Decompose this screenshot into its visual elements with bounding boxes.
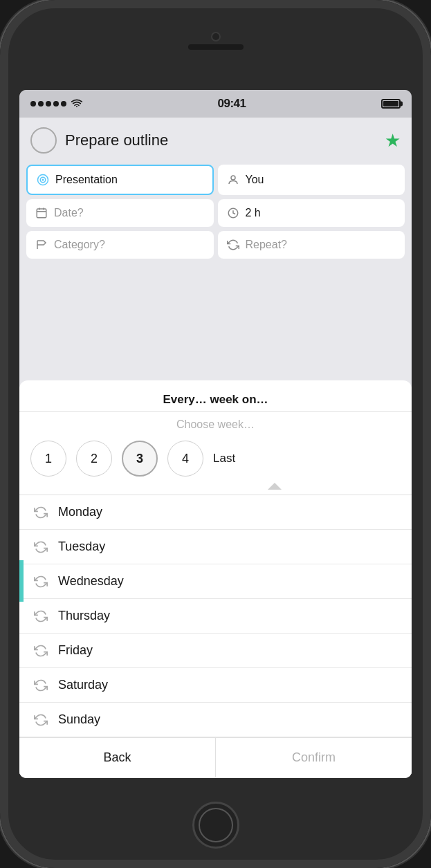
day-thursday[interactable]: Thursday: [19, 599, 412, 634]
status-bar: 09:41: [19, 90, 412, 118]
svg-point-0: [76, 106, 77, 107]
svg-point-4: [231, 176, 235, 180]
day-sunday[interactable]: Sunday: [19, 703, 412, 737]
thursday-repeat-icon: [33, 609, 48, 623]
fields-grid: Presentation You: [19, 160, 412, 263]
back-button[interactable]: Back: [19, 738, 215, 777]
calendar-icon: [35, 206, 48, 220]
saturday-label: Saturday: [58, 678, 108, 692]
header-row: Prepare outline ★: [19, 118, 412, 160]
wednesday-repeat-icon: [33, 575, 48, 589]
week-last-button[interactable]: Last: [213, 452, 235, 465]
choose-week-text: Choose week…: [19, 412, 412, 436]
assignee-field[interactable]: You: [218, 165, 405, 195]
category-field-placeholder: Category?: [54, 239, 105, 251]
status-left: [30, 99, 82, 109]
tuesday-label: Tuesday: [58, 539, 105, 554]
repeat-icon: [226, 238, 240, 252]
monday-label: Monday: [58, 505, 102, 519]
status-right: [381, 99, 401, 109]
week-4-button[interactable]: 4: [167, 441, 203, 477]
list-field-label: Presentation: [55, 174, 118, 186]
home-button[interactable]: [192, 802, 239, 849]
sunday-label: Sunday: [58, 712, 100, 727]
thursday-label: Thursday: [58, 609, 110, 623]
clock-icon: [226, 206, 240, 220]
mute-button[interactable]: [0, 304, 1, 373]
wifi-icon: [71, 99, 82, 109]
task-checkbox[interactable]: [30, 127, 57, 154]
star-button[interactable]: ★: [385, 130, 401, 151]
assignee-field-label: You: [246, 174, 264, 186]
wednesday-label: Wednesday: [58, 574, 124, 589]
week-selector: 1 2 3 4 Last: [19, 436, 412, 485]
list-icon: [36, 173, 50, 187]
day-monday[interactable]: Monday: [19, 495, 412, 530]
confirm-button[interactable]: Confirm: [215, 738, 412, 777]
svg-marker-10: [268, 483, 282, 490]
modal-sheet: Every… week on… Choose week… 1 2 3 4 Las…: [19, 380, 412, 778]
teal-accent: [19, 560, 24, 602]
screen: 09:41 Prepare outline ★: [19, 90, 412, 778]
saturday-repeat-icon: [33, 678, 48, 692]
speaker: [188, 44, 244, 50]
repeat-field[interactable]: Repeat?: [218, 231, 405, 259]
volume-down-button[interactable]: [0, 221, 1, 290]
battery-icon: [381, 99, 401, 109]
camera: [211, 32, 221, 41]
duration-field-label: 2 h: [246, 207, 261, 219]
repeat-field-placeholder: Repeat?: [246, 239, 288, 251]
date-field[interactable]: Date?: [26, 199, 214, 227]
svg-rect-5: [37, 209, 46, 218]
duration-field[interactable]: 2 h: [218, 199, 405, 227]
week-1-button[interactable]: 1: [30, 441, 66, 477]
day-list: Monday Tuesday: [19, 495, 412, 737]
category-field[interactable]: Category?: [26, 231, 214, 259]
friday-label: Friday: [58, 643, 93, 658]
modal-header: Every… week on…: [19, 380, 412, 412]
monday-repeat-icon: [33, 506, 48, 519]
date-field-placeholder: Date?: [54, 207, 84, 219]
day-tuesday[interactable]: Tuesday: [19, 530, 412, 564]
day-friday[interactable]: Friday: [19, 634, 412, 668]
person-icon: [226, 173, 240, 187]
signal-icon: [30, 101, 66, 107]
day-saturday[interactable]: Saturday: [19, 668, 412, 703]
triangle-indicator: [19, 482, 412, 492]
modal-title: Every… week on…: [163, 393, 268, 406]
list-field[interactable]: Presentation: [26, 165, 214, 195]
week-3-button[interactable]: 3: [122, 441, 158, 477]
phone-frame: 09:41 Prepare outline ★: [0, 0, 431, 868]
task-title: Prepare outline: [65, 131, 376, 149]
flag-icon: [35, 238, 48, 252]
tuesday-repeat-icon: [33, 540, 48, 554]
day-wednesday[interactable]: Wednesday: [19, 564, 412, 599]
status-time: 09:41: [218, 97, 246, 111]
friday-repeat-icon: [33, 644, 48, 658]
modal-footer: Back Confirm: [19, 737, 412, 777]
volume-up-button[interactable]: [0, 166, 1, 207]
svg-point-3: [42, 179, 44, 181]
sunday-repeat-icon: [33, 713, 48, 727]
week-2-button[interactable]: 2: [76, 441, 112, 477]
